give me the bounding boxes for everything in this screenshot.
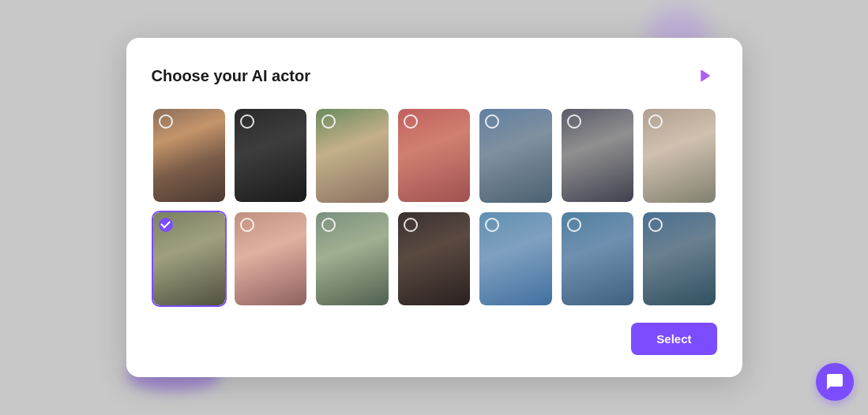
actor-card-13[interactable] bbox=[560, 211, 635, 307]
actor-card-8[interactable] bbox=[152, 211, 227, 307]
actor-card-6[interactable] bbox=[560, 107, 635, 204]
actor-card-9[interactable] bbox=[233, 211, 308, 307]
actor-select-circle-4 bbox=[404, 114, 418, 129]
chat-bubble-button[interactable] bbox=[816, 363, 854, 401]
actor-card-7[interactable] bbox=[641, 107, 716, 204]
actor-card-14[interactable] bbox=[641, 211, 716, 307]
modal-title: Choose your AI actor bbox=[152, 67, 311, 85]
actor-select-circle-2 bbox=[240, 114, 254, 129]
modal-header: Choose your AI actor bbox=[152, 63, 717, 88]
actor-card-11[interactable] bbox=[396, 211, 472, 307]
actor-select-circle-9 bbox=[240, 218, 254, 232]
actor-select-circle-8 bbox=[159, 218, 173, 232]
actor-select-circle-13 bbox=[567, 218, 581, 232]
actor-card-4[interactable] bbox=[396, 107, 472, 204]
actor-card-10[interactable] bbox=[314, 211, 389, 307]
modal-container: Choose your AI actor bbox=[126, 38, 742, 377]
modal-footer: Select bbox=[152, 323, 717, 355]
actor-card-2[interactable] bbox=[233, 107, 308, 204]
actor-grid bbox=[152, 107, 717, 307]
actor-select-circle-10 bbox=[321, 218, 336, 232]
actor-select-circle-1 bbox=[159, 114, 173, 129]
actor-select-circle-6 bbox=[567, 114, 581, 129]
select-button[interactable]: Select bbox=[631, 323, 716, 355]
actor-select-circle-11 bbox=[404, 218, 418, 232]
actor-card-5[interactable] bbox=[478, 107, 553, 204]
actor-card-1[interactable] bbox=[152, 107, 227, 204]
actor-card-12[interactable] bbox=[478, 211, 553, 307]
actor-card-3[interactable] bbox=[314, 107, 389, 204]
actor-select-circle-14 bbox=[648, 218, 663, 232]
play-icon-button[interactable] bbox=[692, 63, 717, 88]
actor-select-circle-12 bbox=[485, 218, 499, 232]
